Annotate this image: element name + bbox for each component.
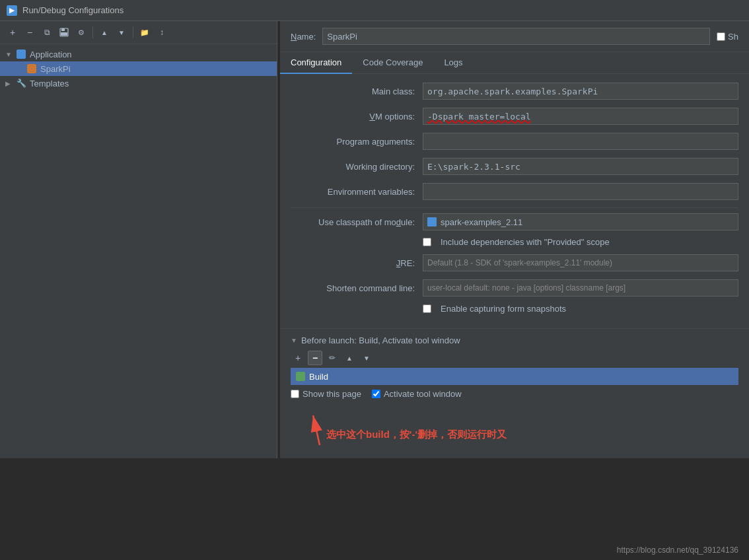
tree-item-application[interactable]: ▼ Application — [0, 47, 277, 61]
enable-capturing-checkbox[interactable] — [423, 304, 431, 313]
url-bar: https://blog.csdn.net/qq_39124136 — [617, 545, 738, 555]
left-panel: + − ⧉ ⚙ ▲ ▼ 📁 ↕ ▼ — [0, 21, 277, 458]
application-icon — [16, 49, 26, 59]
annotation-area: 选中这个build，按'-'删掉，否则运行时又 — [280, 405, 749, 458]
name-label: Name: — [291, 32, 316, 42]
module-icon — [427, 217, 437, 227]
divider1 — [291, 207, 738, 208]
title-bar-text: Run/Debug Configurations — [22, 5, 124, 15]
bottom-checkboxes: Show this page Activate tool window — [291, 389, 738, 399]
classpath-label: Use classpath of module: — [291, 217, 423, 227]
bl-up-button[interactable]: ▲ — [342, 351, 357, 365]
main-class-label: Main class: — [291, 87, 423, 96]
config-content: Main class: VM options: -Dspark master=l… — [280, 74, 749, 328]
working-dir-input[interactable] — [427, 162, 734, 172]
classpath-row: Use classpath of module: spark-examples_… — [291, 213, 738, 230]
classpath-value[interactable]: spark-examples_2.11 — [423, 213, 738, 230]
tree-item-templates[interactable]: ▶ 🔧 Templates — [0, 76, 277, 90]
enable-capturing-row: Enable capturing form snapshots — [291, 304, 738, 314]
right-panel: Name: Sh Configuration Code Coverage Log… — [280, 21, 749, 458]
share-label: Sh — [728, 32, 738, 42]
working-dir-label: Working directory: — [291, 162, 423, 172]
env-vars-label: Environment variables: — [291, 187, 423, 197]
include-deps-label: Include dependencies with "Provided" sco… — [441, 237, 610, 247]
copy-button[interactable]: ⧉ — [40, 25, 54, 40]
bl-edit-button[interactable]: ✏ — [325, 351, 339, 365]
env-vars-row: Environment variables: — [291, 182, 738, 201]
toolbar: + − ⧉ ⚙ ▲ ▼ 📁 ↕ — [0, 21, 277, 44]
activate-tool-window-checkbox[interactable] — [372, 390, 380, 398]
svg-rect-2 — [61, 32, 67, 36]
bl-remove-button[interactable]: − — [308, 351, 322, 365]
settings-button[interactable]: ⚙ — [74, 25, 89, 40]
activate-tool-window-label: Activate tool window — [384, 389, 462, 399]
program-args-value[interactable] — [423, 133, 738, 150]
vm-options-value[interactable]: -Dspark master=local — [423, 108, 738, 125]
bl-add-button[interactable]: + — [291, 351, 305, 365]
build-icon — [296, 372, 305, 381]
jre-text: Default (1.8 - SDK of 'spark-examples_2.… — [427, 258, 612, 267]
tree-label-sparkpi: SparkPi — [40, 64, 71, 74]
arrow-up-button[interactable]: ▲ — [97, 25, 112, 40]
title-bar-icon: ▶ — [7, 5, 17, 16]
tab-code-coverage[interactable]: Code Coverage — [352, 52, 433, 74]
name-input[interactable] — [322, 28, 710, 45]
main-class-input[interactable] — [427, 87, 734, 96]
tree-arrow-templates: ▶ — [5, 80, 16, 87]
include-deps-row: Include dependencies with "Provided" sco… — [291, 237, 738, 247]
title-bar: ▶ Run/Debug Configurations — [0, 0, 749, 21]
shorten-cmd-row: Shorten command line: user-local default… — [291, 279, 738, 297]
include-deps-checkbox[interactable] — [423, 238, 431, 246]
vm-options-label: VM options: — [291, 112, 423, 122]
name-row: Name: Sh — [280, 21, 749, 52]
tab-logs[interactable]: Logs — [433, 52, 473, 74]
tree: ▼ Application ▼ SparkPi ▶ 🔧 — [0, 44, 277, 458]
shorten-cmd-label: Shorten command line: — [291, 283, 423, 293]
shorten-cmd-text: user-local default: none - java [options… — [427, 283, 625, 293]
save-button[interactable] — [57, 25, 71, 40]
sort-button[interactable]: ↕ — [155, 25, 169, 40]
svg-line-4 — [313, 415, 320, 445]
svg-rect-1 — [61, 28, 65, 31]
program-args-input[interactable] — [427, 137, 734, 147]
shorten-cmd-value[interactable]: user-local default: none - java [options… — [423, 279, 738, 297]
tab-configuration[interactable]: Configuration — [280, 52, 352, 74]
vm-options-row: VM options: -Dspark master=local — [291, 107, 738, 125]
remove-button[interactable]: − — [22, 25, 37, 40]
jre-row: JRE: Default (1.8 - SDK of 'spark-exampl… — [291, 254, 738, 272]
share-checkbox[interactable] — [717, 32, 725, 41]
share-checkbox-area: Sh — [717, 32, 738, 42]
main-class-row: Main class: — [291, 82, 738, 100]
working-dir-row: Working directory: — [291, 157, 738, 176]
separator2 — [133, 26, 133, 38]
wrench-icon: 🔧 — [16, 78, 26, 88]
before-launch-header: ▼ Before launch: Build, Activate tool wi… — [291, 335, 738, 345]
before-launch-toolbar: + − ✏ ▲ ▼ — [291, 351, 738, 365]
working-dir-value[interactable] — [423, 158, 738, 175]
arrow-down-button[interactable]: ▼ — [114, 25, 129, 40]
build-item[interactable]: Build — [291, 368, 738, 385]
show-this-page-checkbox[interactable] — [291, 390, 299, 398]
jre-label: JRE: — [291, 258, 423, 268]
build-item-label: Build — [309, 372, 328, 382]
tabs: Configuration Code Coverage Logs — [280, 52, 749, 74]
sparkpi-icon — [26, 63, 37, 74]
folder-button[interactable]: 📁 — [137, 25, 152, 40]
tree-arrow-application: ▼ — [5, 51, 16, 58]
show-this-page-label: Show this page — [303, 389, 361, 399]
cn-annotation-text: 选中这个build，按'-'删掉，否则运行时又 — [326, 429, 507, 441]
vm-options-text: -Dspark master=local — [427, 112, 531, 122]
enable-capturing-label: Enable capturing form snapshots — [441, 304, 566, 314]
main-class-value[interactable] — [423, 83, 738, 100]
tree-label-templates: Templates — [30, 79, 69, 88]
before-launch-section: ▼ Before launch: Build, Activate tool wi… — [280, 328, 749, 405]
activate-tool-window-item: Activate tool window — [372, 389, 462, 399]
tree-item-sparkpi[interactable]: ▼ SparkPi — [0, 61, 277, 76]
bl-down-button[interactable]: ▼ — [359, 351, 374, 365]
classpath-module-name: spark-examples_2.11 — [441, 217, 522, 227]
env-vars-input[interactable] — [427, 187, 734, 197]
env-vars-value[interactable] — [423, 183, 738, 200]
add-button[interactable]: + — [5, 25, 20, 40]
before-launch-arrow-icon: ▼ — [291, 337, 297, 344]
jre-value[interactable]: Default (1.8 - SDK of 'spark-examples_2.… — [423, 254, 738, 271]
